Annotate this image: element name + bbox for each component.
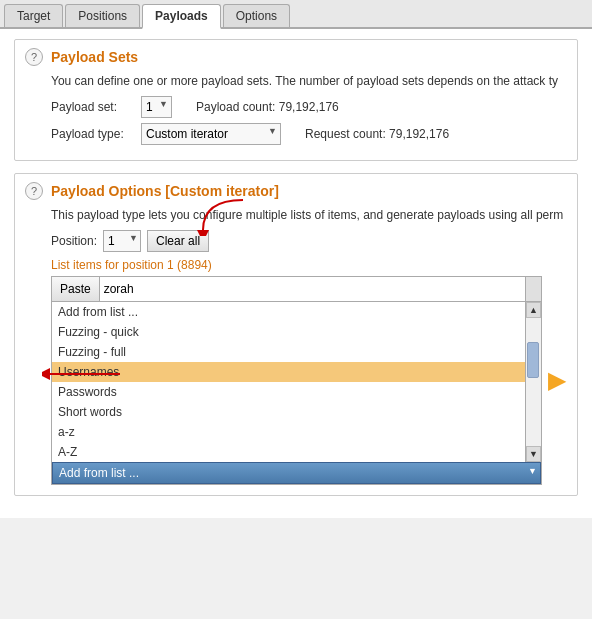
bottom-dropdown-wrapper: Add from list ... ▼ [52, 462, 541, 484]
list-item[interactable]: Short words [52, 402, 525, 422]
tab-bar: Target Positions Payloads Options [0, 0, 592, 29]
payload-type-select[interactable]: Custom iterator [141, 123, 281, 145]
list-scrollbar[interactable]: ▲ ▼ [525, 302, 541, 462]
tab-target[interactable]: Target [4, 4, 63, 27]
scroll-track [526, 318, 541, 446]
position-select-wrapper: 1 [103, 230, 141, 252]
orange-arrow-icon: ▶ [548, 370, 565, 392]
tab-payloads[interactable]: Payloads [142, 4, 221, 29]
payload-sets-body: You can define one or more payload sets.… [15, 70, 577, 160]
payload-set-label: Payload set: [51, 100, 141, 114]
dropdown-list: Add from list ... Fuzzing - quick Fuzzin… [52, 302, 525, 462]
payload-options-title: Payload Options [Custom iterator] [51, 183, 279, 199]
list-dropdown-container: Add from list ... Fuzzing - quick Fuzzin… [52, 302, 541, 462]
payload-type-label: Payload type: [51, 127, 141, 141]
list-input-row: Paste [52, 277, 541, 302]
list-label: List items for position 1 (8894) [51, 258, 565, 272]
position-label: Position: [51, 234, 97, 248]
payload-sets-title: Payload Sets [51, 49, 138, 65]
main-content: ? Payload Sets You can define one or mor… [0, 29, 592, 518]
list-item[interactable]: Add from list ... [52, 302, 525, 322]
position-row: Position: 1 [51, 230, 565, 252]
payload-sets-header: ? Payload Sets [15, 40, 577, 70]
payload-options-header: ? Payload Options [Custom iterator] [15, 174, 577, 204]
paste-button[interactable]: Paste [52, 277, 100, 301]
payload-count-text: Payload count: 79,192,176 [196, 100, 339, 114]
tab-options[interactable]: Options [223, 4, 290, 27]
position-select-container: 1 [103, 230, 141, 252]
add-from-list-dropdown[interactable]: Add from list ... [52, 462, 541, 484]
list-text-input[interactable] [100, 277, 525, 301]
payload-options-desc: This payload type lets you configure mul… [51, 208, 565, 222]
scroll-down-button[interactable]: ▼ [526, 446, 541, 462]
input-scrollbar [525, 277, 541, 301]
list-area: Paste Add from list ... Fuzzing - quick … [51, 276, 542, 485]
scroll-thumb[interactable] [527, 342, 539, 378]
payload-type-row: Payload type: Custom iterator Request co… [51, 123, 565, 145]
payload-options-section: ? Payload Options [Custom iterator] This… [14, 173, 578, 496]
list-item[interactable]: A-Z [52, 442, 525, 462]
payload-sets-section: ? Payload Sets You can define one or mor… [14, 39, 578, 161]
help-icon-sets[interactable]: ? [25, 48, 43, 66]
list-container: Paste Add from list ... Fuzzing - quick … [51, 276, 565, 485]
orange-arrow-container: ▶ [542, 276, 565, 485]
payload-type-select-wrapper: Custom iterator [141, 123, 281, 145]
payload-set-row: Payload set: 1 Payload count: 79,192,176 [51, 96, 565, 118]
payload-options-body: This payload type lets you configure mul… [15, 204, 577, 495]
clear-all-button[interactable]: Clear all [147, 230, 209, 252]
list-item[interactable]: Fuzzing - quick [52, 322, 525, 342]
tab-positions[interactable]: Positions [65, 4, 140, 27]
payload-sets-desc: You can define one or more payload sets.… [51, 74, 565, 88]
help-icon-options[interactable]: ? [25, 182, 43, 200]
position-select[interactable]: 1 [103, 230, 141, 252]
payload-set-select[interactable]: 1 [141, 96, 172, 118]
red-arrow-usernames-icon [42, 364, 122, 384]
list-item[interactable]: a-z [52, 422, 525, 442]
list-item[interactable]: Passwords [52, 382, 525, 402]
list-item-usernames[interactable]: Usernames [52, 362, 525, 382]
list-item[interactable]: Fuzzing - full [52, 342, 525, 362]
scroll-up-button[interactable]: ▲ [526, 302, 541, 318]
payload-set-select-wrapper: 1 [141, 96, 172, 118]
request-count-text: Request count: 79,192,176 [305, 127, 449, 141]
